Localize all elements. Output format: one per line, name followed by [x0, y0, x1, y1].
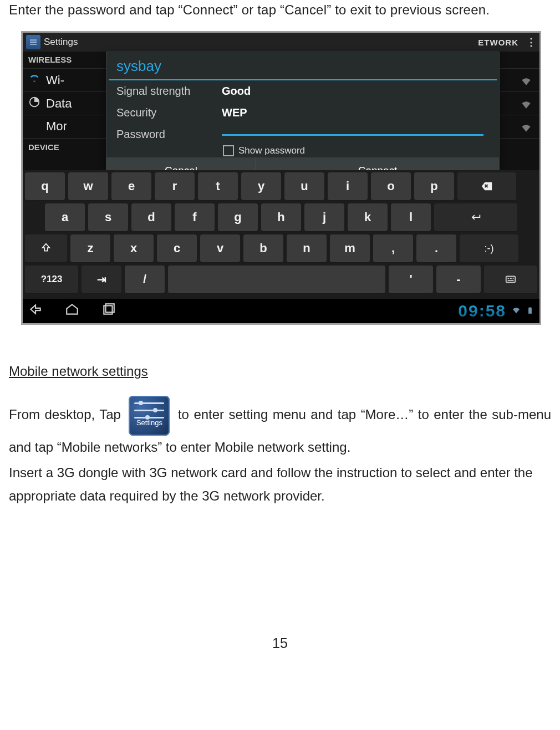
- key-u[interactable]: u: [284, 172, 324, 200]
- settings-header: Settings: [23, 35, 109, 49]
- svg-rect-12: [530, 307, 531, 308]
- svg-rect-7: [513, 278, 514, 279]
- keyboard-row-4: ?123 ⇥ / ' -: [25, 266, 537, 293]
- svg-rect-5: [508, 278, 510, 279]
- mobile-network-heading: Mobile network settings: [9, 364, 552, 379]
- status-battery-icon: [526, 306, 534, 316]
- more-row[interactable]: Mor: [28, 119, 67, 134]
- screenshot-header: Settings ETWORK ⋮: [23, 33, 539, 52]
- symbols-key[interactable]: ?123: [25, 266, 78, 293]
- key-x[interactable]: x: [114, 234, 154, 262]
- key-i[interactable]: i: [328, 172, 368, 200]
- key-h[interactable]: h: [261, 203, 301, 231]
- key-apostrophe[interactable]: ': [389, 266, 433, 293]
- wifi-connect-screenshot: Settings ETWORK ⋮ WIRELESS Wi-: [21, 31, 541, 325]
- input-method-key[interactable]: [484, 266, 537, 293]
- key-k[interactable]: k: [348, 203, 388, 231]
- svg-rect-0: [30, 40, 37, 41]
- signal-strength-value: Good: [222, 85, 251, 98]
- key-l[interactable]: l: [391, 203, 431, 231]
- back-nav-icon[interactable]: [28, 302, 43, 320]
- key-y[interactable]: y: [241, 172, 281, 200]
- enter-key[interactable]: [434, 203, 517, 231]
- key-e[interactable]: e: [111, 172, 151, 200]
- svg-rect-6: [510, 278, 512, 279]
- backspace-key[interactable]: [457, 172, 516, 200]
- paragraph-2: Insert a 3G dongle with 3G network card …: [9, 461, 551, 508]
- home-nav-icon[interactable]: [65, 302, 79, 320]
- wifi-signal-icon-2: [521, 99, 532, 113]
- settings-chip-label: Settings: [129, 411, 170, 435]
- on-screen-keyboard: q w e r t y u i o p a s d f g h: [23, 170, 539, 299]
- key-m[interactable]: m: [330, 234, 370, 262]
- show-password-label: Show password: [238, 145, 305, 156]
- page-number: 15: [8, 635, 552, 651]
- key-comma[interactable]: ,: [373, 234, 413, 262]
- recents-nav-icon[interactable]: [101, 302, 116, 320]
- key-g[interactable]: g: [218, 203, 258, 231]
- password-label: Password: [116, 128, 222, 141]
- svg-rect-11: [528, 308, 532, 314]
- more-row-label: Mor: [46, 119, 67, 134]
- svg-rect-1: [30, 42, 37, 43]
- status-clock: 09:58: [458, 302, 506, 320]
- settings-app-icon: Settings: [129, 396, 170, 436]
- security-label: Security: [116, 106, 222, 119]
- key-period[interactable]: .: [416, 234, 456, 262]
- key-t[interactable]: t: [198, 172, 238, 200]
- shift-key[interactable]: [25, 234, 67, 262]
- key-slash[interactable]: /: [125, 266, 165, 293]
- svg-rect-8: [508, 280, 514, 281]
- wifi-signal-icon: [521, 76, 532, 90]
- wifi-icon: [28, 73, 40, 88]
- smiley-key[interactable]: :-): [460, 234, 518, 262]
- system-nav-bar: 09:58: [23, 299, 539, 323]
- password-input[interactable]: [222, 133, 483, 136]
- spacebar-key[interactable]: [168, 266, 385, 293]
- wifi-connect-dialog: sysbay Signal strength Good Security WEP…: [106, 52, 500, 185]
- add-network-label[interactable]: ETWORK: [478, 38, 518, 47]
- settings-icon: [26, 35, 40, 49]
- svg-rect-2: [30, 44, 37, 45]
- wifi-row-label: Wi-: [46, 73, 64, 88]
- key-b[interactable]: b: [243, 234, 283, 262]
- data-row-label: Data: [46, 96, 72, 111]
- key-j[interactable]: j: [304, 203, 344, 231]
- key-q[interactable]: q: [25, 172, 65, 200]
- device-section-label: DEVICE: [28, 142, 59, 152]
- data-row[interactable]: Data: [28, 96, 72, 111]
- key-n[interactable]: n: [287, 234, 327, 262]
- signal-strength-label: Signal strength: [116, 85, 222, 98]
- key-dash[interactable]: -: [436, 266, 481, 293]
- data-usage-icon: [28, 96, 40, 111]
- key-v[interactable]: v: [200, 234, 240, 262]
- key-o[interactable]: o: [371, 172, 411, 200]
- keyboard-row-2: a s d f g h j k l: [25, 203, 537, 231]
- key-a[interactable]: a: [45, 203, 85, 231]
- wireless-section-label: WIRELESS: [28, 55, 72, 64]
- tab-key[interactable]: ⇥: [82, 266, 121, 293]
- dialog-title: sysbay: [106, 52, 499, 79]
- key-w[interactable]: w: [68, 172, 108, 200]
- para1-pre: From desktop, Tap: [9, 407, 121, 422]
- wifi-signal-icon-3: [521, 122, 532, 136]
- settings-label: Settings: [44, 37, 78, 48]
- key-d[interactable]: d: [131, 203, 171, 231]
- show-password-checkbox[interactable]: [223, 145, 234, 156]
- keyboard-row-3: z x c v b n m , . :-): [25, 234, 537, 262]
- paragraph-1: From desktop, Tap Settings to enter sett…: [9, 396, 551, 459]
- svg-rect-4: [506, 277, 516, 283]
- key-f[interactable]: f: [175, 203, 215, 231]
- status-wifi-icon: [512, 306, 521, 316]
- overflow-menu-icon[interactable]: ⋮: [526, 36, 535, 48]
- key-r[interactable]: r: [155, 172, 195, 200]
- tab-icon: ⇥: [97, 273, 106, 286]
- key-p[interactable]: p: [414, 172, 454, 200]
- key-s[interactable]: s: [88, 203, 128, 231]
- keyboard-row-1: q w e r t y u i o p: [25, 172, 537, 200]
- intro-text: Enter the password and tap “Connect” or …: [9, 2, 552, 18]
- key-z[interactable]: z: [70, 234, 110, 262]
- key-c[interactable]: c: [157, 234, 197, 262]
- settings-background: WIRELESS Wi- Data: [23, 52, 539, 170]
- wifi-row[interactable]: Wi-: [28, 73, 64, 88]
